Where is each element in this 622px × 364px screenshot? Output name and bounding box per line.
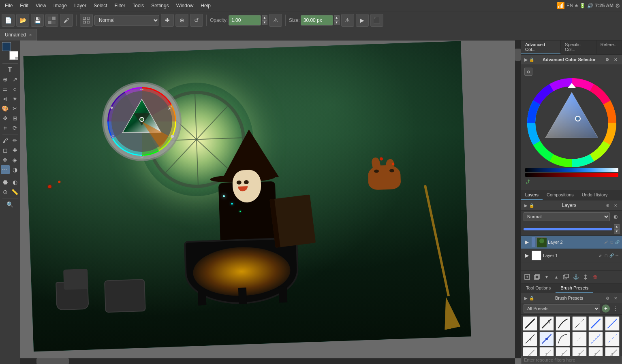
brush-tool-button[interactable]: 🖌 <box>60 14 73 27</box>
collapse-layers-panel[interactable]: ▶ <box>524 203 528 208</box>
delete-layer[interactable]: 🗑 <box>591 272 600 281</box>
color-wheel-popup[interactable]: ✏ 🖌 ⬣ ◻ ⊙ ❖ <box>101 81 190 170</box>
paintbrush-tool[interactable]: 🖌 <box>1 136 10 145</box>
layer-1-paintbrush[interactable]: 🖌 <box>598 253 603 258</box>
layers-opacity-bar[interactable] <box>524 228 612 230</box>
menu-edit[interactable]: Edit <box>17 2 32 9</box>
menu-help[interactable]: Help <box>197 2 214 9</box>
layers-opacity-spinner[interactable]: ▲ ▼ <box>614 224 620 234</box>
anchor-layer[interactable]: ⚓ <box>571 272 580 281</box>
lock-color-panel[interactable]: 🔒 <box>529 57 534 62</box>
tool-options-tab[interactable]: Tool Options <box>521 283 556 293</box>
menu-window[interactable]: Window <box>173 2 197 9</box>
clone-tool[interactable]: ❖ <box>1 155 10 164</box>
layer-2-expand[interactable]: ▶ <box>524 239 530 245</box>
layers-panel-close[interactable]: ✕ <box>612 202 619 209</box>
move-layer-up[interactable]: ▴ <box>552 272 561 281</box>
brush-preset-10[interactable] <box>572 332 587 346</box>
layers-tab-undo-history[interactable]: Undo History <box>578 190 612 200</box>
size-spinner[interactable]: ▲ ▼ <box>334 15 340 25</box>
swap-colors-button[interactable]: ⇆ <box>15 57 18 60</box>
layer-item-2[interactable]: ▶ Layer 2 🖌 ◻ 🔗 <box>521 236 622 249</box>
menu-view[interactable]: View <box>32 2 49 9</box>
vertical-scrollbar[interactable] <box>515 40 521 358</box>
brush-panel-close[interactable]: ✕ <box>612 295 619 301</box>
menu-layer[interactable]: Layer <box>71 2 90 9</box>
brush-preset-4[interactable] <box>572 316 587 331</box>
foreground-color-swatch[interactable] <box>2 42 11 51</box>
brush-panel-settings[interactable]: ⚙ <box>604 295 611 301</box>
new-layer-from-visible[interactable] <box>532 272 541 281</box>
move-tool[interactable]: ✥ <box>1 114 10 123</box>
main-color-wheel-svg[interactable] <box>525 78 618 167</box>
pencil-tool[interactable]: ✏ <box>11 136 19 145</box>
brush-preset-15[interactable]: T <box>556 347 570 356</box>
save-button[interactable]: 💾 <box>31 14 44 27</box>
brush-preset-16[interactable]: T <box>572 347 587 356</box>
brush-preset-pick[interactable]: ▶ <box>356 14 369 27</box>
collapse-color-panel[interactable]: ▶ <box>524 57 528 62</box>
rect-select-tool[interactable]: ▭ <box>1 85 10 94</box>
size-lock-button[interactable]: ⚠ <box>341 14 354 27</box>
crop-tool[interactable]: ⌗ <box>1 123 10 132</box>
free-select-tool[interactable]: ⊲ <box>1 94 10 103</box>
layer-1-expand[interactable]: ▶ <box>524 252 530 259</box>
smudge-tool[interactable]: 〰 <box>1 165 10 174</box>
rotate-tool[interactable]: ⟳ <box>11 123 19 132</box>
menu-select[interactable]: Select <box>90 2 110 9</box>
move-layer-down[interactable]: ▾ <box>542 272 551 281</box>
layers-tab-layers[interactable]: Layers <box>521 190 543 200</box>
zoom-tool[interactable]: 🔍 <box>6 200 15 209</box>
canvas-container[interactable]: ✏ 🖌 ⬣ ◻ ⊙ ❖ <box>20 40 521 364</box>
measure-tool[interactable]: 📏 <box>11 187 19 196</box>
specific-color-tab[interactable]: Specific Col... <box>561 40 596 54</box>
new-layer-button[interactable] <box>523 272 532 281</box>
dodge-burn-tool[interactable]: ◑ <box>11 165 19 174</box>
open-file-button[interactable]: 📂 <box>16 14 29 27</box>
color-red-bar[interactable] <box>525 173 618 177</box>
opacity-down[interactable]: ▼ <box>262 20 267 25</box>
layer-item-1[interactable]: ▶ Layer 1 🖌 ◻ 🔗 ✏ <box>521 249 622 262</box>
brush-preset-14[interactable]: T <box>539 347 554 356</box>
reference-tab[interactable]: Refere... <box>596 40 622 54</box>
layer-2-mask[interactable]: ◻ <box>609 240 614 245</box>
menu-image[interactable]: Image <box>50 2 70 9</box>
color-panel-settings[interactable]: ⚙ <box>604 56 611 63</box>
layer-1-link[interactable]: 🔗 <box>609 253 614 258</box>
brush-search-input[interactable] <box>521 356 622 364</box>
brush-menu-button[interactable]: ⋮ <box>611 304 620 313</box>
select-by-color-tool[interactable]: 🎨 <box>1 104 10 113</box>
brush-filter-select[interactable]: All Presets <box>524 304 600 313</box>
ellipse-select-tool[interactable]: ○ <box>11 85 19 94</box>
lock-brush-panel[interactable]: 🔒 <box>529 296 534 300</box>
tool-reset-button[interactable]: ↺ <box>190 14 203 27</box>
tab-close-button[interactable]: × <box>29 32 32 37</box>
menu-tools[interactable]: Tools <box>129 2 147 9</box>
canvas-tab[interactable]: Unnamed × <box>0 29 37 40</box>
size-input[interactable] <box>301 15 333 26</box>
duplicate-layer[interactable] <box>562 272 571 281</box>
menu-settings[interactable]: Settings <box>148 2 172 9</box>
pattern-button[interactable] <box>45 14 58 27</box>
menu-filter[interactable]: Filter <box>111 2 129 9</box>
advanced-color-tab[interactable]: Advanced Col... <box>521 40 561 54</box>
layers-tab-compositions[interactable]: Compositions <box>543 190 578 200</box>
brush-preset-7[interactable]: T <box>523 332 537 346</box>
collapse-brush-panel[interactable]: ▶ <box>524 296 528 300</box>
color-panel-close[interactable]: ✕ <box>612 56 619 63</box>
brush-preset-3[interactable] <box>556 316 570 331</box>
brush-option[interactable]: ⬛ <box>370 14 383 27</box>
paint-select-tool[interactable]: ⊕ <box>1 75 10 84</box>
brush-preset-18[interactable]: T <box>605 347 620 356</box>
eraser-tool[interactable]: ◻ <box>1 146 10 155</box>
color-reset-button[interactable] <box>524 179 532 187</box>
color-brightness-bar[interactable] <box>525 168 618 172</box>
layer-1-mask[interactable]: ◻ <box>603 253 608 258</box>
lock-layers-panel[interactable]: 🔒 <box>529 203 534 208</box>
opacity-input[interactable] <box>229 15 261 26</box>
fuzzy-select-tool[interactable]: ✴ <box>11 94 19 103</box>
text-tool[interactable]: T <box>6 65 15 74</box>
opacity-up[interactable]: ▲ <box>262 15 267 20</box>
brush-preset-12[interactable] <box>605 332 620 346</box>
size-up[interactable]: ▲ <box>334 15 340 20</box>
